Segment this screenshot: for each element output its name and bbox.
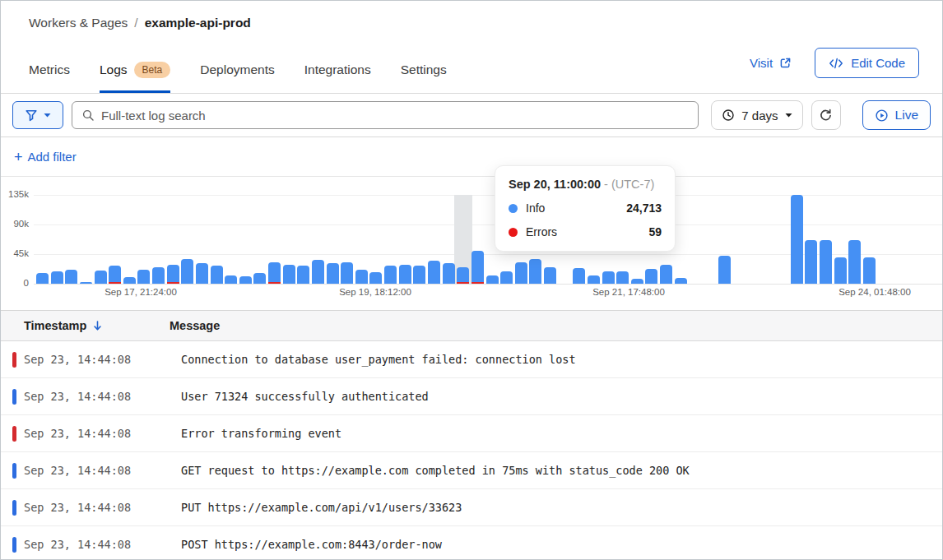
tab-label: Deployments [200,62,274,77]
log-volume-bar[interactable] [645,269,657,284]
external-link-icon [779,57,792,69]
y-axis-tick: 90k [1,219,29,229]
search-input[interactable] [101,109,689,123]
info-level-indicator [12,389,16,405]
log-row[interactable]: Sep 23, 14:44:08PUT https://example.com/… [1,489,942,526]
filter-menu-button[interactable] [12,101,63,129]
log-volume-bar[interactable] [791,195,803,284]
log-volume-bar[interactable] [805,240,817,284]
log-row[interactable]: Sep 23, 14:44:08Connection to database u… [1,341,942,378]
tab-settings[interactable]: Settings [401,62,447,93]
clock-icon [722,109,735,122]
log-volume-bar[interactable] [51,271,63,284]
x-axis-tick: Sep 17, 21:24:00 [83,287,198,297]
log-volume-bar[interactable] [631,279,643,284]
log-volume-bar[interactable] [544,267,556,284]
log-timestamp: Sep 23, 14:44:08 [1,427,170,440]
log-row[interactable]: Sep 23, 14:44:08User 71324 successfully … [1,378,942,415]
tooltip-series-label: Errors [526,225,557,238]
log-volume-bar[interactable] [443,263,455,284]
log-row[interactable]: Sep 23, 14:44:08POST https://example.com… [1,526,942,560]
errors-dot-icon [509,228,518,237]
time-range-dropdown[interactable]: 7 days [711,100,802,130]
log-volume-bar[interactable] [268,262,281,284]
log-volume-bar[interactable] [384,266,397,284]
log-volume-bar[interactable] [181,259,193,284]
log-volume-bar[interactable] [137,270,150,284]
log-volume-bar[interactable] [616,271,629,284]
log-message: Error transforming event [170,427,942,440]
log-volume-bar[interactable] [225,275,237,284]
log-timestamp: Sep 23, 14:44:08 [1,464,170,477]
plus-icon: + [14,150,23,164]
refresh-button[interactable] [811,100,841,130]
log-volume-bar[interactable] [675,278,687,284]
visit-link[interactable]: Visit [750,56,792,70]
log-volume-bar[interactable] [820,240,832,284]
column-header-timestamp[interactable]: Timestamp [1,319,170,332]
log-timestamp: Sep 23, 14:44:08 [1,501,170,514]
x-axis-tick: Sep 24, 01:48:00 [817,287,932,297]
log-volume-bar[interactable] [196,263,208,284]
edit-code-button[interactable]: Edit Code [815,48,919,78]
tab-logs[interactable]: LogsBeta [100,62,170,93]
tab-label: Metrics [29,62,70,77]
log-volume-bar[interactable] [327,263,339,284]
y-axis-tick: 0 [1,278,29,288]
log-volume-bar[interactable] [848,240,861,284]
log-volume-bar[interactable] [515,262,527,284]
log-volume-bar[interactable] [428,261,440,284]
log-volume-bar[interactable] [80,282,92,284]
log-volume-bar[interactable] [36,273,49,284]
log-volume-bar[interactable] [602,271,615,284]
log-volume-bar[interactable] [167,265,179,284]
breadcrumb-workers-pages-link[interactable]: Workers & Pages [29,16,128,30]
add-filter-button[interactable]: + Add filter [14,150,77,164]
log-volume-bar[interactable] [253,273,266,284]
error-level-indicator [12,426,16,442]
log-volume-bar[interactable] [283,265,295,284]
log-volume-bar[interactable] [355,270,368,284]
tab-deployments[interactable]: Deployments [200,62,274,93]
log-volume-bar[interactable] [834,257,847,284]
log-volume-bar[interactable] [95,271,107,284]
chevron-down-icon [44,113,51,118]
log-volume-bar[interactable] [399,265,411,284]
log-volume-bar[interactable] [109,266,121,284]
log-volume-bar[interactable] [588,275,600,284]
log-row[interactable]: Sep 23, 14:44:08Error transforming event [1,415,942,452]
live-button[interactable]: Live [862,100,931,130]
log-volume-bar[interactable] [239,276,252,284]
log-timestamp: Sep 23, 14:44:08 [1,353,170,366]
log-volume-bar[interactable] [718,256,731,284]
y-axis-tick: 45k [1,248,29,258]
log-volume-chart: 135k90k45k0Sep 17, 21:24:00Sep 19, 18:12… [1,177,942,310]
log-volume-bar[interactable] [341,262,353,284]
log-volume-bar[interactable] [472,251,484,284]
log-volume-bar[interactable] [573,268,585,284]
log-volume-bar[interactable] [486,275,499,284]
log-message: Connection to database user_payment fail… [170,353,942,366]
log-volume-bar[interactable] [500,271,513,284]
log-volume-bar[interactable] [297,266,309,284]
log-volume-bar[interactable] [152,267,165,284]
log-volume-bar[interactable] [413,266,425,284]
log-volume-bar[interactable] [660,265,672,284]
log-volume-bar[interactable] [65,270,77,284]
log-volume-bar[interactable] [863,257,876,284]
live-label: Live [895,108,918,123]
log-volume-bar[interactable] [369,272,382,284]
error-level-indicator [12,352,16,368]
breadcrumb-current-worker: example-api-prod [145,16,251,30]
log-volume-bar[interactable] [529,259,541,284]
log-table: TimestampMessage Sep 23, 14:44:08Connect… [1,310,942,560]
log-volume-bar[interactable] [457,267,469,284]
log-volume-bar[interactable] [312,260,324,284]
refresh-icon [819,109,833,123]
log-volume-bar[interactable] [123,277,136,284]
tab-integrations[interactable]: Integrations [304,62,371,93]
breadcrumb: Workers & Pages / example-api-prod [29,16,251,30]
tab-metrics[interactable]: Metrics [29,62,70,93]
log-volume-bar[interactable] [211,266,223,284]
log-row[interactable]: Sep 23, 14:44:08GET request to https://e… [1,452,942,489]
